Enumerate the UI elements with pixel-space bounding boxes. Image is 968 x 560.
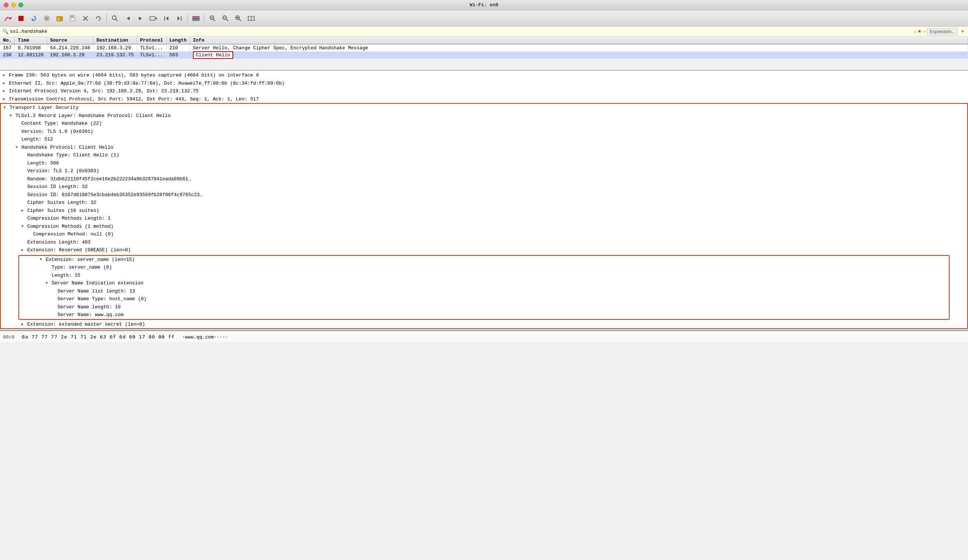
hex-bytes: 0a 77 77 77 2e 71 71 2e 63 6f 6d 00 17 0…	[22, 334, 175, 340]
detail-line-sni-length[interactable]: Length: 15	[19, 271, 949, 280]
close-capture-btn[interactable]	[80, 13, 91, 24]
detail-text: Ethernet II, Src: Apple_9a:77:6d (38:f9:…	[9, 80, 285, 87]
maximize-window-btn[interactable]	[18, 3, 23, 7]
window-controls	[4, 3, 23, 7]
cell-protocol: TLSv1...	[137, 44, 166, 51]
detail-line-handshake-type[interactable]: Handshake Type: Client Hello (1)	[1, 151, 967, 159]
coloring-btn[interactable]	[190, 13, 202, 24]
save-btn[interactable]	[67, 13, 78, 24]
col-info: Info	[190, 37, 968, 44]
detail-text: TLSv1.3 Record Layer: Handshake Protocol…	[15, 112, 171, 120]
add-filter-btn[interactable]: +	[959, 28, 966, 35]
svg-rect-7	[71, 18, 74, 21]
detail-line-length[interactable]: Length: 512	[1, 135, 967, 144]
detail-line-sni-name-type[interactable]: Server Name Type: host_name (0)	[19, 295, 949, 303]
zoom-out-btn[interactable]	[220, 13, 231, 24]
shark-toolbar-btn[interactable]	[2, 13, 14, 24]
expand-icon: ▼	[15, 145, 21, 150]
detail-text: Transport Layer Security	[10, 104, 78, 111]
detail-line-cipher-suites[interactable]: ▶Cipher Suites (16 suites)	[1, 207, 967, 215]
detail-line-version[interactable]: Version: TLS 1.0 (0x0301)	[1, 128, 967, 136]
go-to-btn[interactable]	[148, 13, 159, 24]
detail-text: Extension: server_name (len=15)	[46, 256, 135, 263]
filter-input-container[interactable]	[10, 29, 912, 34]
cell-source: 192.168.3.29	[47, 51, 93, 58]
detail-line-ext-master-secret[interactable]: ▶Extension: extended master secret (len=…	[1, 320, 967, 329]
detail-line-handshake-version[interactable]: Version: TLS 1.2 (0x0303)	[1, 167, 967, 175]
close-window-btn[interactable]	[4, 3, 8, 7]
detail-line-handshake[interactable]: ▼Handshake Protocol: Client Hello	[1, 144, 967, 152]
svg-rect-15	[150, 17, 155, 20]
detail-line-sni-name[interactable]: Server Name: www.qq.com	[19, 311, 949, 319]
detail-text: Server Name Type: host_name (0)	[58, 296, 147, 303]
cell-time: 8.701998	[15, 44, 47, 51]
detail-line-sni-ext[interactable]: ▼Server Name Indication extension	[19, 279, 949, 287]
detail-line-session-id-len[interactable]: Session ID Length: 32	[1, 183, 967, 191]
detail-text: Content Type: Handshake (22)	[22, 120, 102, 127]
zoom-in-btn[interactable]	[207, 13, 219, 24]
col-time: Time	[15, 37, 47, 44]
col-destination: Destination	[93, 37, 137, 44]
detail-line-cipher-suites-length[interactable]: Cipher Suites Length: 32	[1, 199, 967, 207]
detail-line-ip[interactable]: ▶Internet Protocol Version 4, Src: 192.1…	[0, 87, 968, 95]
expression-btn[interactable]: Expression...	[927, 28, 958, 35]
svg-rect-21	[192, 16, 200, 18]
filter-actions: ⚠ ✖ → Expression... +	[913, 28, 966, 35]
back-btn[interactable]	[122, 13, 134, 24]
cell-destination: 23.219.132.75	[93, 51, 137, 58]
stop-btn[interactable]	[15, 13, 27, 24]
minimize-window-btn[interactable]	[11, 3, 16, 7]
detail-text: Frame 230: 583 bytes on wire (4664 bits)…	[9, 72, 259, 79]
cell-no: 230	[0, 51, 15, 58]
cell-source: 54.214.220.248	[47, 44, 93, 51]
detail-line-sni-name-length[interactable]: Server Name length: 10	[19, 303, 949, 311]
detail-line-ethernet[interactable]: ▶Ethernet II, Src: Apple_9a:77:6d (38:f9…	[0, 79, 968, 88]
next-btn[interactable]	[174, 13, 185, 24]
open-btn[interactable]	[54, 13, 66, 24]
expand-icon: ▶	[22, 208, 27, 213]
expand-icon: ▶	[3, 73, 8, 78]
expand-icon: ▼	[4, 105, 9, 111]
reload-btn[interactable]	[93, 13, 104, 24]
detail-line-tls-record[interactable]: ▼TLSv1.3 Record Layer: Handshake Protoco…	[1, 112, 967, 120]
packet-detail: ▶Frame 230: 583 bytes on wire (4664 bits…	[0, 70, 968, 330]
detail-line-compression-methods-length[interactable]: Compression Methods Length: 1	[1, 215, 967, 223]
resize-columns-btn[interactable]	[245, 13, 257, 24]
filter-arrow-btn[interactable]: →	[923, 29, 926, 35]
detail-line-ext-reserved[interactable]: ▶Extension: Reserved (GREASE) (len=0)	[1, 246, 967, 254]
window-title: Wi-Fi: en0	[470, 2, 498, 8]
filter-input[interactable]	[10, 29, 912, 34]
detail-text: Length: 15	[51, 272, 80, 279]
detail-line-tcp[interactable]: ▶Transmission Control Protocol, Src Port…	[0, 95, 968, 103]
detail-line-compression-method[interactable]: Compression Method: null (0)	[1, 230, 967, 238]
packet-list-area: No. Time Source Destination Protocol Len…	[0, 37, 968, 70]
detail-line-compression-methods[interactable]: ▼Compression Methods (1 method)	[1, 223, 967, 231]
detail-line-sni-type[interactable]: Type: server_name (0)	[19, 263, 949, 271]
detail-line-session-id[interactable]: Session ID: 0167d618875e3cbab4eb35352e93…	[1, 191, 967, 199]
detail-text: Internet Protocol Version 4, Src: 192.16…	[9, 88, 199, 95]
separator-1	[106, 14, 107, 23]
svg-rect-4	[57, 17, 60, 21]
filter-clear-btn[interactable]: ✖	[918, 28, 921, 35]
svg-rect-0	[18, 16, 23, 21]
options-btn[interactable]	[41, 13, 53, 24]
svg-line-12	[116, 19, 118, 21]
find-btn[interactable]	[109, 13, 121, 24]
prev-btn[interactable]	[161, 13, 172, 24]
detail-line-content-type[interactable]: Content Type: Handshake (22)	[1, 120, 967, 128]
detail-line-handshake-length[interactable]: Length: 508	[1, 159, 967, 167]
restart-btn[interactable]	[28, 13, 40, 24]
forward-btn[interactable]	[135, 13, 147, 24]
detail-line-random[interactable]: Random: 31db621110f45f2cee16e2b222234a9b…	[1, 175, 967, 183]
zoom-reset-btn[interactable]	[232, 13, 244, 24]
table-row[interactable]: 23012.681128192.168.3.2923.219.132.75TLS…	[0, 51, 968, 58]
detail-line-extensions-length[interactable]: Extensions Length: 403	[1, 238, 967, 246]
col-no: No.	[0, 37, 15, 44]
detail-line-sni-list-length[interactable]: Server Name list length: 13	[19, 287, 949, 296]
detail-line-ext-server-name[interactable]: ▼Extension: server_name (len=15)	[19, 256, 949, 264]
detail-line-frame[interactable]: ▶Frame 230: 583 bytes on wire (4664 bits…	[0, 71, 968, 79]
filter-icon: 🔍	[2, 28, 8, 35]
cell-info: Client Hello	[190, 51, 968, 58]
table-row[interactable]: 1678.70199854.214.220.248192.168.3.29TLS…	[0, 44, 968, 51]
detail-line-tls[interactable]: ▼Transport Layer Security	[1, 104, 967, 112]
